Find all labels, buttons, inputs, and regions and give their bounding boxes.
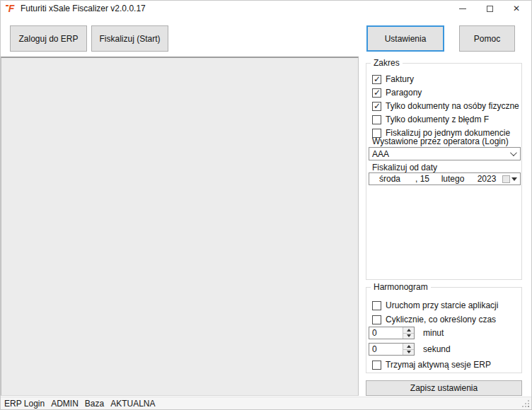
date-label: Fiskalizuj od daty xyxy=(372,163,437,172)
calendar-icon xyxy=(502,175,510,183)
checkbox-label: Cyklicznie, co określony czas xyxy=(386,315,496,324)
baza-label: Baza xyxy=(85,399,104,409)
checkbox-label: Uruchom przy starcie aplikacji xyxy=(386,300,498,310)
operator-combobox[interactable]: AAA xyxy=(369,147,521,160)
minutes-value[interactable]: 0 xyxy=(369,327,403,339)
dropdown-arrow-icon xyxy=(511,177,517,181)
save-settings-button[interactable]: Zapisz ustawienia xyxy=(366,380,522,396)
checkbox-cyklicznie[interactable]: Cyklicznie, co określony czas xyxy=(372,315,496,324)
stepper-up-button[interactable] xyxy=(403,344,414,349)
window-title: Futuriti xSale Fiscalizer v2.0.0.17 xyxy=(21,4,146,13)
stepper-down-button[interactable] xyxy=(403,333,414,339)
operator-combobox-value: AAA xyxy=(372,149,510,159)
maximize-icon xyxy=(487,6,493,12)
checkbox-box[interactable] xyxy=(372,75,381,84)
checkbox-label: Paragony xyxy=(386,88,422,98)
checkbox-box[interactable] xyxy=(372,315,381,324)
arrow-up-icon xyxy=(407,345,411,348)
stepper-up-button[interactable] xyxy=(403,327,414,333)
operator-label: Wystawione przez operatora (Login) xyxy=(372,136,509,146)
stepper-buttons xyxy=(403,327,414,339)
minimize-button[interactable] xyxy=(449,1,476,16)
checkbox-uruchom-przy-starcie[interactable]: Uruchom przy starcie aplikacji xyxy=(372,300,498,310)
checkbox-faktury[interactable]: Faktury xyxy=(372,74,414,84)
minutes-unit-label: minut xyxy=(423,328,444,338)
erp-login-value: ADMIN xyxy=(51,399,79,409)
fiscalize-start-button[interactable]: Fiskalizuj (Start) xyxy=(91,25,168,52)
checkbox-box[interactable] xyxy=(372,102,381,111)
maximize-button[interactable] xyxy=(476,1,503,16)
close-icon: ✕ xyxy=(513,4,520,13)
title-bar: F Futuriti xSale Fiscalizer v2.0.0.17 ✕ xyxy=(1,1,531,16)
harmonogram-groupbox: Harmonogram Uruchom przy starcie aplikac… xyxy=(366,287,522,373)
checkbox-box[interactable] xyxy=(372,115,381,124)
minutes-row: 0 minut xyxy=(366,327,521,339)
document-list-panel[interactable] xyxy=(1,57,359,396)
date-weekday[interactable]: środa xyxy=(369,174,410,184)
checkbox-label: Tylko dokumenty z błędm F xyxy=(386,115,489,124)
status-bar: ERP Login ADMIN Baza AKTUALNA xyxy=(1,397,531,410)
app-logo-icon: F xyxy=(6,4,16,13)
resize-grip[interactable] xyxy=(528,406,529,407)
arrow-down-icon xyxy=(407,334,411,337)
checkbox-box[interactable] xyxy=(372,361,381,370)
checkbox-box[interactable] xyxy=(372,301,381,310)
arrow-up-icon xyxy=(407,329,411,332)
checkbox-paragony[interactable]: Paragony xyxy=(372,88,422,98)
checkbox-label: Faktury xyxy=(386,74,414,84)
erp-login-label: ERP Login xyxy=(4,399,45,409)
minimize-icon xyxy=(459,8,466,9)
checkbox-tylko-osoby-fizyczne[interactable]: Tylko dokumenty na osóby fizyczne xyxy=(372,101,519,111)
stepper-buttons xyxy=(403,344,414,355)
seconds-value[interactable]: 0 xyxy=(369,344,403,355)
checkbox-trzymaj-sesje[interactable]: Trzymaj aktywną sesje ERP xyxy=(372,360,491,370)
baza-value: AKTUALNA xyxy=(110,399,155,409)
date-day[interactable]: , 15 xyxy=(410,174,434,184)
settings-button[interactable]: Ustawienia xyxy=(366,25,444,52)
seconds-unit-label: sekund xyxy=(423,344,451,354)
checkbox-label: Tylko dokumenty na osóby fizyczne xyxy=(386,101,519,111)
app-window: F Futuriti xSale Fiscalizer v2.0.0.17 ✕ … xyxy=(0,0,532,410)
calendar-dropdown-button[interactable] xyxy=(502,175,520,183)
zakres-group-title: Zakres xyxy=(371,58,403,68)
fiscalize-date-picker[interactable]: środa , 15 lutego 2023 xyxy=(369,172,521,185)
zakres-groupbox: Zakres Faktury Paragony Tylko dokumenty … xyxy=(366,63,522,280)
date-month[interactable]: lutego xyxy=(434,174,471,184)
close-button[interactable]: ✕ xyxy=(503,1,530,16)
erp-login-button[interactable]: Zaloguj do ERP xyxy=(10,25,87,52)
harmonogram-group-title: Harmonogram xyxy=(371,282,431,292)
date-year[interactable]: 2023 xyxy=(471,174,502,184)
checkbox-label: Trzymaj aktywną sesje ERP xyxy=(386,360,491,370)
chevron-down-icon xyxy=(510,149,517,156)
arrow-down-icon xyxy=(407,351,411,353)
minutes-stepper[interactable]: 0 xyxy=(369,327,415,339)
checkbox-box[interactable] xyxy=(372,88,381,98)
checkbox-tylko-z-bledem[interactable]: Tylko dokumenty z błędm F xyxy=(372,115,489,124)
caption-buttons: ✕ xyxy=(449,1,530,16)
seconds-row: 0 sekund xyxy=(366,343,521,356)
help-button[interactable]: Pomoc xyxy=(459,25,515,52)
stepper-down-button[interactable] xyxy=(403,349,414,356)
seconds-stepper[interactable]: 0 xyxy=(369,343,415,356)
